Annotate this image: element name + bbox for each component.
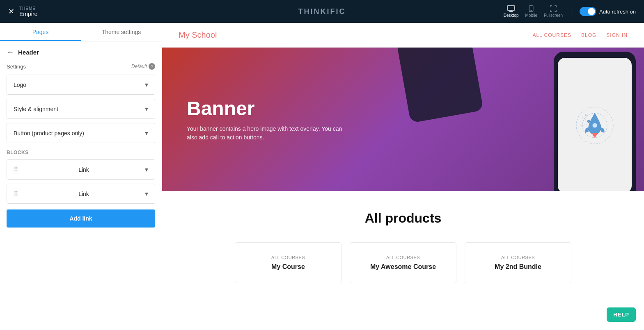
mobile-label: Mobile [525,13,537,18]
settings-row: Settings Default ? [7,63,155,70]
auto-refresh-toggle: Auto refresh on [580,7,636,16]
tab-theme-settings[interactable]: Theme settings [81,23,162,41]
sidebar-tabs: Pages Theme settings [0,23,162,41]
fullscreen-view-button[interactable]: Fullscreen [544,5,563,18]
divider [571,5,571,18]
nav-link-blog: BLOG [581,32,596,38]
svg-point-7 [592,123,597,128]
products-title: All products [179,211,628,226]
chevron-down-icon: ▾ [145,81,148,89]
product-name-3: My 2nd Bundle [495,263,541,271]
svg-rect-0 [507,6,515,10]
preview-logo: My School [179,30,217,40]
theme-label: THEME [19,6,37,11]
chevron-down-icon: ▾ [145,190,148,198]
theme-info: THEME Empire [19,6,37,17]
main-layout: Pages Theme settings ← Header Settings D… [0,23,644,330]
products-grid: All Courses My Course All Courses My Awe… [179,242,628,283]
default-badge: Default ? [131,63,155,70]
app-logo: THINKIFIC [298,7,346,16]
blocks-label: Blocks [7,150,155,155]
back-button[interactable]: ← [7,48,14,57]
nav-link-all-courses: ALL COURSES [532,32,571,38]
preview-content: My School ALL COURSES BLOG SIGN IN Banne… [162,23,644,330]
accordion-link-1: ⠿ Link ▾ [7,159,155,180]
add-link-button[interactable]: Add link [7,209,155,228]
product-category-1: All Courses [271,255,305,260]
auto-refresh-switch[interactable] [580,7,596,16]
preview-area: My School ALL COURSES BLOG SIGN IN Banne… [162,23,644,330]
close-button[interactable]: ✕ [8,7,14,16]
accordion-style-label: Style & alignment [14,106,58,112]
product-name-2: My Awesome Course [370,263,436,271]
sidebar: Pages Theme settings ← Header Settings D… [0,23,162,330]
desktop-label: Desktop [504,13,519,18]
accordion-link-2-label: Link [78,191,89,197]
info-icon[interactable]: ? [149,63,155,70]
accordion-button: Button (product pages only) ▾ [7,123,155,143]
product-category-3: All Courses [501,255,535,260]
phone-screen [558,58,632,191]
preview-banner: Banner Your banner contains a hero image… [162,48,644,191]
svg-point-4 [531,10,532,11]
section-title: Header [18,49,39,56]
theme-name: Empire [19,11,37,17]
preview-navbar: My School ALL COURSES BLOG SIGN IN [162,23,644,48]
help-button[interactable]: HELP [607,307,636,322]
accordion-button-label: Button (product pages only) [14,130,84,137]
accordion-button-header[interactable]: Button (product pages only) ▾ [7,123,155,143]
accordion-logo-label: Logo [14,82,26,88]
auto-refresh-label: Auto refresh on [599,9,636,15]
banner-subtitle: Your banner contains a hero image with t… [187,125,351,142]
banner-content: Banner Your banner contains a hero image… [187,97,351,142]
drag-handle-icon[interactable]: ⠿ [14,166,18,173]
product-card-3: All Courses My 2nd Bundle [465,242,571,283]
chevron-down-icon: ▾ [145,105,148,113]
phone-left-decoration [396,48,484,123]
chevron-down-icon: ▾ [145,166,148,173]
accordion-logo: Logo ▾ [7,75,155,95]
settings-label: Settings [7,64,26,70]
product-card-1: All Courses My Course [235,242,341,283]
accordion-link-2-header[interactable]: ⠿ Link ▾ [7,184,155,203]
phone-right-decoration [554,52,636,191]
tab-pages[interactable]: Pages [0,23,81,41]
product-card-2: All Courses My Awesome Course [350,242,456,283]
back-header: ← Header [7,48,155,57]
sidebar-content: ← Header Settings Default ? Logo ▾ St [0,41,162,330]
topbar: ✕ THEME Empire THINKIFIC Desktop Mobile … [0,0,644,23]
accordion-link-1-header[interactable]: ⠿ Link ▾ [7,160,155,179]
svg-line-10 [580,125,587,125]
preview-products-section: All products All Courses My Course All C… [162,191,644,303]
accordion-link-1-label: Link [78,166,89,173]
accordion-style: Style & alignment ▾ [7,99,155,119]
product-category-2: All Courses [386,255,420,260]
fullscreen-label: Fullscreen [544,13,563,18]
chevron-down-icon: ▾ [145,129,148,137]
svg-point-11 [585,114,587,116]
view-options: Desktop Mobile Fullscreen [504,5,563,18]
accordion-style-header[interactable]: Style & alignment ▾ [7,99,155,118]
accordion-link-2: ⠿ Link ▾ [7,184,155,204]
desktop-view-button[interactable]: Desktop [504,5,519,18]
nav-link-sign-in: SIGN IN [606,32,628,38]
mobile-view-button[interactable]: Mobile [525,5,537,18]
banner-title: Banner [187,97,351,120]
topbar-right: Desktop Mobile Fullscreen Auto refresh o… [504,5,636,18]
preview-nav-links: ALL COURSES BLOG SIGN IN [532,32,628,38]
product-name-1: My Course [271,263,305,271]
drag-handle-icon[interactable]: ⠿ [14,190,18,198]
accordion-logo-header[interactable]: Logo ▾ [7,75,155,94]
